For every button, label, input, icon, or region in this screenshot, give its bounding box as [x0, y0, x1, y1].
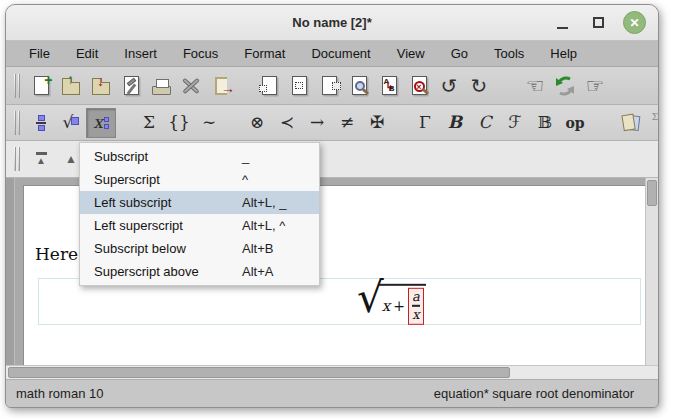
relation-button[interactable]: ≺: [272, 108, 302, 138]
preferences-button[interactable]: [176, 71, 206, 101]
menu-go[interactable]: Go: [438, 42, 481, 65]
bold-b-icon: B: [448, 114, 462, 131]
brackets-button[interactable]: {}: [164, 108, 194, 138]
structure-button[interactable]: [616, 108, 646, 138]
tools-icon: [180, 75, 202, 97]
focused-fraction[interactable]: a x: [408, 287, 424, 324]
numerator[interactable]: a: [412, 289, 420, 304]
go-back-button[interactable]: ☜: [520, 71, 550, 101]
minimize-icon: [557, 27, 568, 29]
greek-letter-button[interactable]: Γ: [410, 108, 440, 138]
fraction-button[interactable]: [26, 108, 56, 138]
cut-button[interactable]: [254, 71, 284, 101]
semantic-math-button[interactable]: Σ Σ: [646, 108, 659, 138]
tilde-icon: ∼: [202, 114, 216, 131]
vertical-scrollbar[interactable]: [645, 178, 658, 365]
braces-icon: {}: [168, 114, 190, 131]
compile-button[interactable]: [116, 71, 146, 101]
blackboard-b-icon: 𝔹: [538, 114, 552, 131]
copy-button[interactable]: [284, 71, 314, 101]
print-button[interactable]: [146, 71, 176, 101]
menu-help[interactable]: Help: [537, 42, 590, 65]
go-forward-button[interactable]: ☞: [580, 71, 610, 101]
circled-operator-button[interactable]: ⊗: [242, 108, 272, 138]
minimize-button[interactable]: [551, 12, 573, 34]
titlebar[interactable]: No name [2]* ✕: [6, 5, 658, 41]
spell-check-icon: ×: [412, 76, 427, 95]
menu-item-subscript-below[interactable]: Subscript below Alt+B: [80, 237, 319, 260]
close-document-button[interactable]: →: [206, 71, 236, 101]
printer-icon: [152, 86, 171, 95]
save-document-icon: ↓: [92, 82, 110, 95]
menu-item-left-subscript[interactable]: Left subscript Alt+L, _: [80, 191, 319, 214]
spell-check-button[interactable]: ×: [404, 71, 434, 101]
refresh-button[interactable]: [550, 71, 580, 101]
search-button[interactable]: [344, 71, 374, 101]
forward-hand-icon: ☞: [586, 75, 605, 96]
plus-operator: +: [393, 298, 405, 314]
variable-x[interactable]: x: [382, 297, 390, 315]
statusbar: math roman 10 equation* square root deno…: [6, 379, 658, 407]
scripts-icon: x: [93, 114, 109, 131]
main-toolbar: + ↑ ↓ →: [6, 67, 658, 105]
scripts-button[interactable]: x: [86, 108, 116, 138]
menu-insert[interactable]: Insert: [111, 42, 170, 65]
menu-edit[interactable]: Edit: [63, 42, 111, 65]
math-toolbar: √ x Σ {} ∼ ⊗ ≺ → ≠ ✠ Γ B C ℱ 𝔹 op Σ: [6, 105, 658, 141]
precedes-icon: ≺: [280, 114, 294, 131]
window-controls: ✕: [551, 11, 658, 34]
menu-item-subscript[interactable]: Subscript _: [80, 145, 319, 168]
big-operator-button[interactable]: Σ: [134, 108, 164, 138]
horizontal-scrollbar-thumb[interactable]: [8, 367, 510, 378]
denominator[interactable]: x: [412, 308, 419, 323]
close-button[interactable]: ✕: [623, 11, 646, 34]
maximize-icon: [593, 17, 604, 28]
horizontal-scrollbar[interactable]: [6, 365, 658, 379]
sigma-sigma-icon: Σ Σ: [652, 114, 659, 131]
arrow-button[interactable]: →: [302, 108, 332, 138]
toolbar-grip[interactable]: [14, 147, 20, 171]
refresh-icon: [554, 75, 576, 97]
wide-accent-button[interactable]: ∼: [194, 108, 224, 138]
blackboard-letter-button[interactable]: 𝔹: [530, 108, 560, 138]
menu-focus[interactable]: Focus: [170, 42, 231, 65]
maximize-button[interactable]: [587, 12, 609, 34]
toolbar-grip[interactable]: [14, 111, 20, 135]
calligraphic-c-icon: C: [478, 114, 491, 131]
bold-letter-button[interactable]: B: [440, 108, 470, 138]
paragraph-text[interactable]: Here: [35, 244, 78, 264]
vertical-scrollbar-thumb[interactable]: [647, 180, 657, 206]
status-right: equation* square root denominator: [434, 386, 634, 401]
paste-button[interactable]: [314, 71, 344, 101]
negation-button[interactable]: ≠: [332, 108, 362, 138]
menu-format[interactable]: Format: [231, 42, 298, 65]
menu-file[interactable]: File: [16, 42, 63, 65]
exit-door-icon: →: [215, 77, 227, 95]
menu-view[interactable]: View: [384, 42, 438, 65]
miscellaneous-symbol-button[interactable]: ✠: [362, 108, 392, 138]
maltese-cross-icon: ✠: [370, 114, 384, 131]
toolbar-grip[interactable]: [14, 74, 20, 98]
square-root-button[interactable]: √: [56, 108, 86, 138]
redo-button[interactable]: ↻: [464, 71, 494, 101]
exit-structure-button[interactable]: ▲: [26, 144, 56, 174]
replace-button[interactable]: A ↳ B: [374, 71, 404, 101]
open-document-icon: ↑: [62, 82, 80, 95]
operator-button[interactable]: op: [560, 108, 590, 138]
back-hand-icon: ☜: [526, 75, 545, 96]
papers-icon: [620, 113, 642, 133]
math-formula[interactable]: √ x + a x: [357, 278, 426, 324]
fraktur-letter-button[interactable]: ℱ: [500, 108, 530, 138]
undo-button[interactable]: ↺: [434, 71, 464, 101]
menu-item-superscript-above[interactable]: Superscript above Alt+A: [80, 260, 319, 283]
menu-item-left-superscript[interactable]: Left superscript Alt+L, ^: [80, 214, 319, 237]
menu-document[interactable]: Document: [298, 42, 383, 65]
open-document-button[interactable]: ↑: [56, 71, 86, 101]
replace-icon: A ↳ B: [382, 76, 397, 95]
save-document-button[interactable]: ↓: [86, 71, 116, 101]
menu-item-superscript[interactable]: Superscript ^: [80, 168, 319, 191]
copy-icon: [292, 76, 307, 95]
new-document-button[interactable]: +: [26, 71, 56, 101]
menu-tools[interactable]: Tools: [481, 42, 537, 65]
calligraphic-letter-button[interactable]: C: [470, 108, 500, 138]
